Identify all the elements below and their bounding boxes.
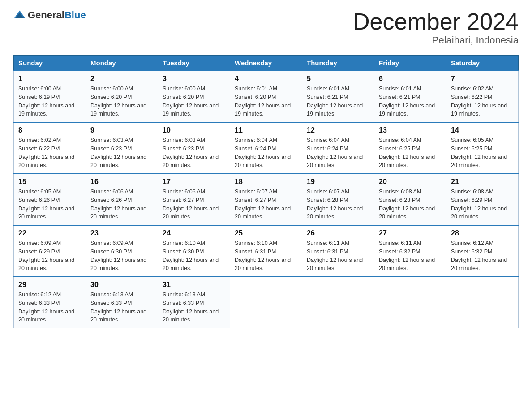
calendar-cell	[230, 277, 302, 328]
day-number: 15	[18, 178, 81, 186]
calendar-cell: 1 Sunrise: 6:00 AMSunset: 6:19 PMDayligh…	[14, 71, 86, 122]
day-info: Sunrise: 6:06 AMSunset: 6:26 PMDaylight:…	[90, 188, 146, 220]
calendar-cell: 2 Sunrise: 6:00 AMSunset: 6:20 PMDayligh…	[86, 71, 158, 122]
day-number: 18	[235, 178, 297, 186]
calendar-cell: 18 Sunrise: 6:07 AMSunset: 6:27 PMDaylig…	[230, 174, 302, 225]
day-info: Sunrise: 6:05 AMSunset: 6:25 PMDaylight:…	[451, 137, 507, 168]
day-number: 22	[18, 229, 81, 237]
week-row-4: 22 Sunrise: 6:09 AMSunset: 6:29 PMDaylig…	[14, 225, 519, 277]
logo-blue: Blue	[64, 9, 86, 21]
day-info: Sunrise: 6:00 AMSunset: 6:20 PMDaylight:…	[90, 86, 146, 117]
day-info: Sunrise: 6:03 AMSunset: 6:23 PMDaylight:…	[163, 137, 219, 168]
day-number: 26	[307, 229, 369, 237]
calendar-cell: 14 Sunrise: 6:05 AMSunset: 6:25 PMDaylig…	[446, 122, 519, 174]
header-saturday: Saturday	[446, 56, 519, 71]
day-info: Sunrise: 6:07 AMSunset: 6:28 PMDaylight:…	[307, 188, 363, 220]
calendar-cell: 17 Sunrise: 6:06 AMSunset: 6:27 PMDaylig…	[158, 174, 230, 225]
calendar-cell: 15 Sunrise: 6:05 AMSunset: 6:26 PMDaylig…	[14, 174, 86, 225]
header-sunday: Sunday	[14, 56, 86, 71]
day-number: 4	[235, 75, 297, 83]
day-number: 13	[379, 126, 442, 134]
day-info: Sunrise: 6:09 AMSunset: 6:29 PMDaylight:…	[18, 240, 74, 271]
day-info: Sunrise: 6:05 AMSunset: 6:26 PMDaylight:…	[18, 188, 74, 220]
day-info: Sunrise: 6:13 AMSunset: 6:33 PMDaylight:…	[163, 291, 219, 323]
day-info: Sunrise: 6:06 AMSunset: 6:27 PMDaylight:…	[163, 188, 219, 220]
day-number: 1	[18, 75, 81, 83]
day-info: Sunrise: 6:01 AMSunset: 6:20 PMDaylight:…	[235, 86, 291, 117]
day-info: Sunrise: 6:08 AMSunset: 6:28 PMDaylight:…	[379, 188, 435, 220]
calendar-cell	[302, 277, 374, 328]
calendar-cell: 23 Sunrise: 6:09 AMSunset: 6:30 PMDaylig…	[86, 225, 158, 277]
calendar-cell: 24 Sunrise: 6:10 AMSunset: 6:30 PMDaylig…	[158, 225, 230, 277]
calendar-cell: 21 Sunrise: 6:08 AMSunset: 6:29 PMDaylig…	[446, 174, 519, 225]
day-number: 28	[451, 229, 514, 237]
day-info: Sunrise: 6:00 AMSunset: 6:19 PMDaylight:…	[18, 86, 74, 117]
calendar-cell: 20 Sunrise: 6:08 AMSunset: 6:28 PMDaylig…	[374, 174, 446, 225]
calendar-cell: 22 Sunrise: 6:09 AMSunset: 6:29 PMDaylig…	[14, 225, 86, 277]
day-number: 27	[379, 229, 442, 237]
calendar-cell: 5 Sunrise: 6:01 AMSunset: 6:21 PMDayligh…	[302, 71, 374, 122]
day-number: 20	[379, 178, 442, 186]
calendar-cell	[446, 277, 519, 328]
day-info: Sunrise: 6:11 AMSunset: 6:32 PMDaylight:…	[379, 240, 435, 271]
week-row-1: 1 Sunrise: 6:00 AMSunset: 6:19 PMDayligh…	[14, 71, 519, 122]
day-info: Sunrise: 6:03 AMSunset: 6:23 PMDaylight:…	[90, 137, 146, 168]
calendar-cell: 3 Sunrise: 6:00 AMSunset: 6:20 PMDayligh…	[158, 71, 230, 122]
day-info: Sunrise: 6:00 AMSunset: 6:20 PMDaylight:…	[163, 86, 219, 117]
day-number: 31	[163, 281, 225, 289]
title-block: December 2024 Pelaihari, Indonesia	[353, 9, 519, 46]
day-number: 11	[235, 126, 297, 134]
day-number: 8	[18, 126, 81, 134]
day-info: Sunrise: 6:02 AMSunset: 6:22 PMDaylight:…	[451, 86, 507, 117]
logo: GeneralBlue	[13, 9, 86, 21]
day-number: 16	[90, 178, 153, 186]
calendar-cell: 7 Sunrise: 6:02 AMSunset: 6:22 PMDayligh…	[446, 71, 519, 122]
day-number: 14	[451, 126, 514, 134]
calendar-cell: 26 Sunrise: 6:11 AMSunset: 6:31 PMDaylig…	[302, 225, 374, 277]
day-info: Sunrise: 6:12 AMSunset: 6:32 PMDaylight:…	[451, 240, 507, 271]
day-number: 9	[90, 126, 153, 134]
day-number: 29	[18, 281, 81, 289]
day-info: Sunrise: 6:13 AMSunset: 6:33 PMDaylight:…	[90, 291, 146, 323]
calendar-cell: 27 Sunrise: 6:11 AMSunset: 6:32 PMDaylig…	[374, 225, 446, 277]
calendar-title: December 2024	[353, 9, 519, 34]
calendar-cell: 11 Sunrise: 6:04 AMSunset: 6:24 PMDaylig…	[230, 122, 302, 174]
calendar-cell: 30 Sunrise: 6:13 AMSunset: 6:33 PMDaylig…	[86, 277, 158, 328]
calendar-cell: 28 Sunrise: 6:12 AMSunset: 6:32 PMDaylig…	[446, 225, 519, 277]
header-friday: Friday	[374, 56, 446, 71]
day-info: Sunrise: 6:04 AMSunset: 6:24 PMDaylight:…	[307, 137, 363, 168]
day-number: 25	[235, 229, 297, 237]
day-number: 5	[307, 75, 369, 83]
day-number: 12	[307, 126, 369, 134]
day-number: 17	[163, 178, 225, 186]
day-info: Sunrise: 6:10 AMSunset: 6:30 PMDaylight:…	[163, 240, 219, 271]
page-header: GeneralBlue December 2024 Pelaihari, Ind…	[13, 9, 519, 46]
day-number: 23	[90, 229, 153, 237]
day-number: 7	[451, 75, 514, 83]
logo-general: General	[28, 9, 64, 21]
calendar-header: SundayMondayTuesdayWednesdayThursdayFrid…	[14, 56, 519, 71]
calendar-cell	[374, 277, 446, 328]
calendar-table: SundayMondayTuesdayWednesdayThursdayFrid…	[13, 55, 519, 328]
logo-text: GeneralBlue	[28, 9, 86, 21]
week-row-5: 29 Sunrise: 6:12 AMSunset: 6:33 PMDaylig…	[14, 277, 519, 328]
week-row-2: 8 Sunrise: 6:02 AMSunset: 6:22 PMDayligh…	[14, 122, 519, 174]
day-info: Sunrise: 6:08 AMSunset: 6:29 PMDaylight:…	[451, 188, 507, 220]
day-info: Sunrise: 6:10 AMSunset: 6:31 PMDaylight:…	[235, 240, 291, 271]
calendar-subtitle: Pelaihari, Indonesia	[353, 34, 519, 46]
day-info: Sunrise: 6:11 AMSunset: 6:31 PMDaylight:…	[307, 240, 363, 271]
day-info: Sunrise: 6:01 AMSunset: 6:21 PMDaylight:…	[379, 86, 435, 117]
calendar-cell: 31 Sunrise: 6:13 AMSunset: 6:33 PMDaylig…	[158, 277, 230, 328]
calendar-cell: 6 Sunrise: 6:01 AMSunset: 6:21 PMDayligh…	[374, 71, 446, 122]
calendar-cell: 16 Sunrise: 6:06 AMSunset: 6:26 PMDaylig…	[86, 174, 158, 225]
day-number: 10	[163, 126, 225, 134]
calendar-cell: 4 Sunrise: 6:01 AMSunset: 6:20 PMDayligh…	[230, 71, 302, 122]
calendar-cell: 10 Sunrise: 6:03 AMSunset: 6:23 PMDaylig…	[158, 122, 230, 174]
day-info: Sunrise: 6:07 AMSunset: 6:27 PMDaylight:…	[235, 188, 291, 220]
header-thursday: Thursday	[302, 56, 374, 71]
day-number: 24	[163, 229, 225, 237]
day-info: Sunrise: 6:04 AMSunset: 6:24 PMDaylight:…	[235, 137, 291, 168]
day-info: Sunrise: 6:09 AMSunset: 6:30 PMDaylight:…	[90, 240, 146, 271]
calendar-cell: 19 Sunrise: 6:07 AMSunset: 6:28 PMDaylig…	[302, 174, 374, 225]
calendar-cell: 8 Sunrise: 6:02 AMSunset: 6:22 PMDayligh…	[14, 122, 86, 174]
